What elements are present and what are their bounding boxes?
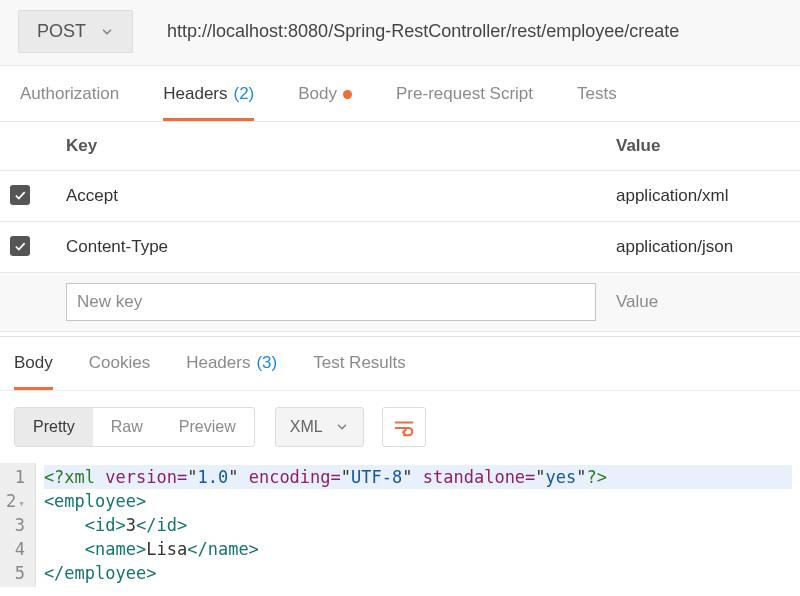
check-icon [13, 239, 27, 253]
tab-body-label: Body [298, 84, 337, 104]
view-modes: Pretty Raw Preview [14, 407, 255, 447]
col-key-header: Key [56, 122, 606, 171]
row-checkbox[interactable] [10, 236, 30, 256]
wrap-icon [393, 416, 415, 438]
col-value-header: Value [606, 122, 800, 171]
line-number: 1 [6, 465, 25, 489]
tab-authorization[interactable]: Authorization [20, 84, 119, 121]
unsaved-dot-icon [343, 90, 352, 99]
request-bar: POST [0, 0, 800, 66]
tab-body[interactable]: Body [298, 84, 352, 121]
table-row: Content-Type application/json [0, 222, 800, 273]
line-number: 5 [6, 561, 25, 585]
code-line: <?xml version="1.0" encoding="UTF-8" sta… [44, 465, 792, 489]
tab-headers[interactable]: Headers (2) [163, 84, 254, 121]
method-label: POST [37, 21, 86, 42]
url-input[interactable] [167, 10, 788, 53]
code-line: <name>Lisa</name> [44, 537, 792, 561]
view-mode-raw[interactable]: Raw [93, 408, 161, 446]
tab-headers-label: Headers [163, 84, 227, 104]
wrap-lines-button[interactable] [382, 407, 426, 447]
code-line: <employee> [44, 489, 792, 513]
format-select[interactable]: XML [275, 407, 364, 447]
request-tabs: Authorization Headers (2) Body Pre-reque… [0, 66, 800, 122]
code-line: </employee> [44, 561, 792, 585]
tab-prerequest[interactable]: Pre-request Script [396, 84, 533, 121]
header-key-cell[interactable]: Content-Type [56, 222, 606, 273]
fold-caret-icon[interactable]: ▾ [18, 497, 25, 510]
new-value-placeholder[interactable]: Value [616, 292, 658, 311]
headers-table: Key Value Accept application/xml Content… [0, 122, 800, 332]
body-toolbar: Pretty Raw Preview XML [0, 391, 800, 463]
code-line: <id>3</id> [44, 513, 792, 537]
view-mode-pretty[interactable]: Pretty [15, 408, 93, 446]
line-number: 2▾ [6, 489, 25, 513]
line-gutter: 1 2▾ 3 4 5 [0, 463, 36, 587]
row-checkbox[interactable] [10, 185, 30, 205]
check-icon [13, 188, 27, 202]
res-tab-cookies[interactable]: Cookies [89, 353, 150, 390]
res-tab-testresults[interactable]: Test Results [313, 353, 406, 390]
line-number: 3 [6, 513, 25, 537]
header-key-cell[interactable]: Accept [56, 171, 606, 222]
code-body[interactable]: <?xml version="1.0" encoding="UTF-8" sta… [36, 463, 800, 587]
res-tab-headers[interactable]: Headers (3) [186, 353, 277, 390]
view-mode-preview[interactable]: Preview [161, 408, 254, 446]
col-check [0, 122, 56, 171]
tab-tests[interactable]: Tests [577, 84, 617, 121]
new-key-input[interactable] [66, 283, 596, 321]
chevron-down-icon [335, 420, 349, 434]
res-tab-headers-label: Headers [186, 353, 250, 373]
format-label: XML [290, 418, 323, 436]
response-tabs: Body Cookies Headers (3) Test Results [0, 336, 800, 391]
header-value-cell[interactable]: application/json [606, 222, 800, 273]
line-number: 4 [6, 537, 25, 561]
res-tab-headers-count: (3) [256, 353, 277, 373]
method-select[interactable]: POST [18, 10, 133, 53]
new-header-row: Value [0, 273, 800, 332]
res-tab-body[interactable]: Body [14, 353, 53, 390]
header-value-cell[interactable]: application/xml [606, 171, 800, 222]
tab-headers-count: (2) [234, 84, 255, 104]
response-code: 1 2▾ 3 4 5 <?xml version="1.0" encoding=… [0, 463, 800, 587]
chevron-down-icon [100, 25, 114, 39]
table-row: Accept application/xml [0, 171, 800, 222]
